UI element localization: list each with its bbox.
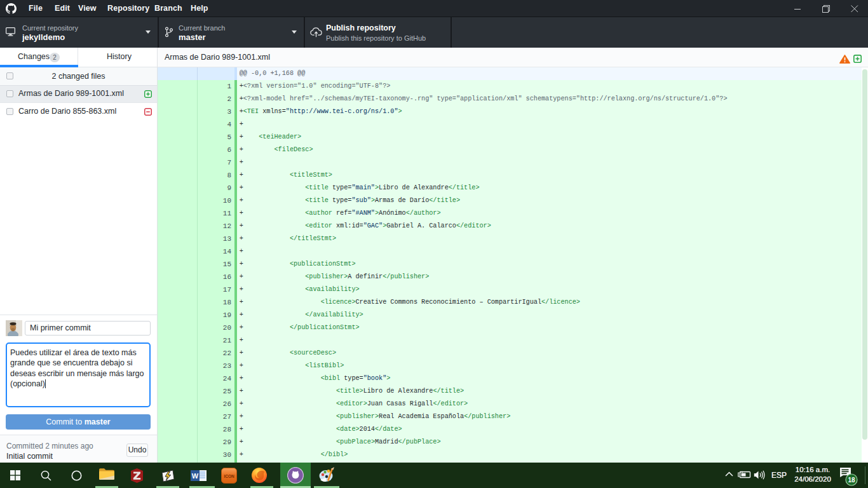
svg-text:18: 18 bbox=[848, 477, 855, 484]
svg-text:W: W bbox=[192, 472, 199, 480]
svg-text:ICON: ICON bbox=[224, 474, 234, 478]
